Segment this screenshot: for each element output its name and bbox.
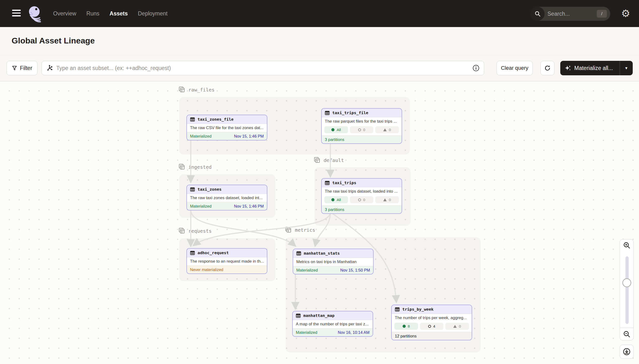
global-search[interactable]: /	[530, 7, 610, 21]
asset-description: The number of trips per week, aggreg...	[392, 314, 472, 322]
zoom-in-icon	[623, 242, 630, 249]
table-icon	[296, 313, 301, 318]
ring-icon	[428, 325, 431, 328]
settings-gear-icon[interactable]: ⚙	[621, 7, 630, 20]
nav-link-overview[interactable]: Overview	[53, 10, 76, 17]
hamburger-menu-icon[interactable]	[12, 10, 21, 18]
materialize-all-button[interactable]: Materialize all...	[560, 65, 620, 72]
asset-timestamp[interactable]: Nov 15, 1:46 PM	[234, 204, 264, 208]
partition-badges: All 0 0	[322, 126, 402, 136]
asset-description: The raw CSV file for the taxi zones dat.…	[187, 124, 267, 132]
asset-description: Metrics on taxi trips in Manhattan	[293, 258, 373, 266]
asset-query-input[interactable]	[56, 65, 472, 72]
asset-node-taxi-trips-file[interactable]: taxi_trips_file The raw parquet files fo…	[321, 108, 402, 144]
nav-links: Overview Runs Assets Deployment	[53, 0, 168, 27]
search-icon	[530, 7, 544, 21]
dot-icon	[403, 325, 406, 328]
zoom-slider[interactable]	[620, 251, 634, 328]
asset-name: taxi_trips	[332, 180, 356, 185]
sparkle-icon	[565, 65, 571, 72]
asset-node-manhattan-stats[interactable]: manhattan_stats Metrics on taxi trips in…	[293, 248, 374, 274]
asset-query-input-wrap	[42, 61, 484, 75]
asset-status: Materialized	[190, 204, 212, 208]
refresh-icon	[544, 65, 551, 72]
search-shortcut-key: /	[597, 10, 607, 18]
lineage-canvas[interactable]: raw_files ingested default requests metr…	[0, 82, 639, 364]
ring-icon	[358, 128, 361, 131]
badge-failed: 0	[375, 126, 399, 133]
badge-materialized: 8	[394, 323, 418, 330]
badge-missing: 0	[350, 196, 374, 203]
asset-selector-icon	[46, 65, 53, 72]
asset-timestamp[interactable]: Nov 15, 1:46 PM	[234, 134, 264, 138]
asset-description: The raw taxi zones dataset, loaded int..…	[187, 194, 267, 202]
clear-query-button[interactable]: Clear query	[496, 61, 533, 75]
download-icon	[622, 347, 631, 356]
asset-node-manhattan-map[interactable]: manhattan_map A map of the number of tri…	[292, 311, 373, 337]
badge-failed: 0	[445, 323, 469, 330]
dot-icon	[331, 198, 334, 201]
dagster-logo[interactable]	[27, 5, 44, 23]
zoom-in-button[interactable]	[620, 239, 634, 251]
materialize-dropdown-caret[interactable]: ▾	[620, 61, 633, 75]
asset-name: trips_by_week	[402, 307, 433, 312]
materialize-all-split-button: Materialize all... ▾	[560, 61, 633, 75]
asset-node-taxi-trips[interactable]: taxi_trips The raw taxi trips dataset, l…	[321, 178, 402, 214]
asset-status: Materialized	[296, 330, 317, 335]
filter-button[interactable]: Filter	[7, 61, 38, 75]
info-icon[interactable]	[472, 64, 480, 72]
zoom-slider-handle[interactable]	[622, 278, 631, 287]
table-icon	[190, 250, 195, 256]
table-icon	[190, 117, 195, 122]
asset-description: The raw parquet files for the taxi trips…	[322, 117, 402, 126]
nav-link-deployment[interactable]: Deployment	[138, 10, 168, 17]
asset-name: manhattan_map	[303, 313, 334, 318]
search-input[interactable]	[547, 10, 588, 17]
zoom-slider-track[interactable]	[625, 256, 628, 324]
asset-name: taxi_zones_file	[198, 117, 234, 122]
triangle-icon	[383, 198, 387, 201]
asset-partitions: 3 partitions	[325, 207, 344, 212]
badge-missing: 0	[350, 126, 374, 133]
page-title: Global Asset Lineage	[12, 36, 95, 46]
asset-description: The raw taxi trips dataset, loaded into …	[322, 187, 402, 196]
asset-node-adhoc-request[interactable]: adhoc_request The response to an request…	[186, 248, 267, 274]
badge-failed: 0	[375, 196, 399, 203]
nav-link-runs[interactable]: Runs	[87, 10, 100, 17]
zoom-out-button[interactable]	[620, 328, 634, 340]
partition-badges: 8 4 0	[392, 322, 472, 332]
triangle-icon	[453, 325, 457, 328]
ring-icon	[358, 198, 361, 201]
top-nav: Overview Runs Assets Deployment / ⚙	[0, 0, 639, 27]
asset-node-trips-by-week[interactable]: trips_by_week The number of trips per we…	[391, 304, 472, 340]
asset-partitions: 12 partitions	[395, 334, 417, 338]
table-icon	[190, 187, 195, 192]
triangle-icon	[383, 128, 387, 131]
lineage-toolbar: Filter Clear query	[0, 55, 639, 81]
dagster-app: Overview Runs Assets Deployment / ⚙ Glob…	[0, 0, 639, 364]
dot-icon	[331, 128, 334, 131]
asset-name: adhoc_request	[198, 250, 229, 255]
asset-status: Materialized	[190, 134, 212, 138]
table-icon	[296, 251, 301, 256]
refresh-button[interactable]	[540, 61, 554, 75]
asset-name: taxi_trips_file	[332, 110, 368, 115]
partition-badges: All 0 0	[322, 196, 402, 206]
zoom-out-icon	[623, 330, 630, 338]
asset-description: A map of the number of trips per taxi z.…	[293, 320, 373, 328]
badge-materialized: All	[324, 196, 348, 203]
table-icon	[325, 180, 330, 186]
page-header: Global Asset Lineage Reload definitions	[0, 27, 639, 55]
nav-link-assets[interactable]: Assets	[110, 10, 128, 17]
badge-materialized: All	[324, 126, 348, 133]
asset-name: taxi_zones	[198, 187, 221, 192]
asset-timestamp[interactable]: Nov 16, 10:14 AM	[338, 330, 369, 335]
asset-timestamp[interactable]: Nov 15, 1:50 PM	[340, 268, 370, 272]
asset-description: The response to an request made in th...	[187, 257, 267, 266]
asset-status: Materialized	[296, 268, 318, 272]
asset-node-taxi-zones-file[interactable]: taxi_zones_file The raw CSV file for the…	[186, 115, 267, 140]
download-image-button[interactable]	[620, 345, 634, 359]
badge-missing: 4	[420, 323, 444, 330]
funnel-icon	[12, 65, 18, 71]
asset-node-taxi-zones[interactable]: taxi_zones The raw taxi zones dataset, l…	[186, 185, 267, 210]
